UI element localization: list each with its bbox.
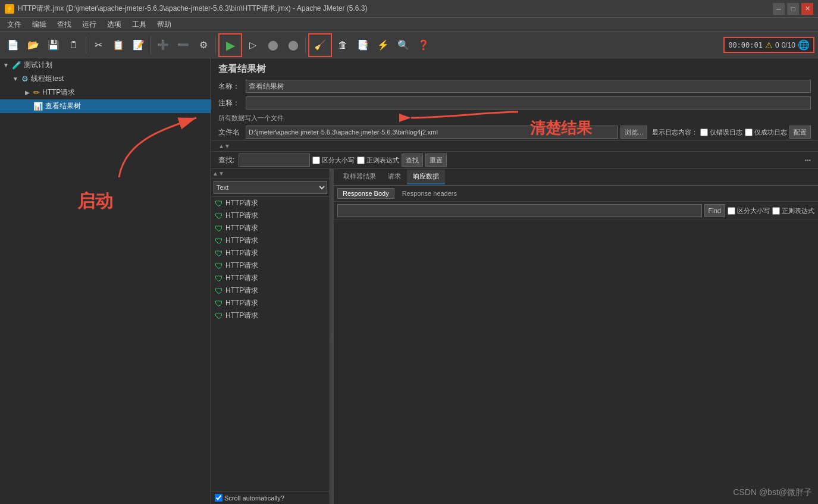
- find-input[interactable]: [337, 204, 702, 217]
- list-item-label-1: HTTP请求: [225, 198, 258, 208]
- search-button[interactable]: 🔍: [394, 36, 413, 55]
- list-item[interactable]: 🛡 HTTP请求: [211, 234, 330, 247]
- tree-item-thread-group[interactable]: ▼ ⚙ 线程组test: [0, 72, 211, 86]
- clear-all-button[interactable]: 🗑: [333, 36, 352, 55]
- menu-help[interactable]: 帮助: [152, 18, 176, 31]
- tab-response-data[interactable]: 响应数据: [407, 170, 445, 184]
- tab-sampler-result[interactable]: 取样器结果: [337, 170, 382, 184]
- find-regex-label[interactable]: 正则表达式: [772, 206, 814, 215]
- settings-button[interactable]: ⚙: [194, 36, 213, 55]
- list-item[interactable]: 🛡 HTTP请求: [211, 222, 330, 234]
- menu-find[interactable]: 查找: [52, 18, 76, 31]
- stop-button[interactable]: ⬤: [264, 36, 283, 55]
- list-item[interactable]: 🛡 HTTP请求: [211, 297, 330, 309]
- shutdown-button[interactable]: ⬤: [284, 36, 303, 55]
- error-only-checkbox[interactable]: [700, 129, 708, 136]
- copy-button[interactable]: 📋: [109, 36, 128, 55]
- expand-test-plan[interactable]: ▼: [2, 62, 10, 69]
- play-section: ▶: [218, 33, 242, 57]
- list-item[interactable]: 🛡 HTTP请求: [211, 309, 330, 322]
- menu-file[interactable]: 文件: [2, 18, 26, 31]
- edit-tools: ✂ 📋 📝: [89, 36, 148, 55]
- status-icon-9: 🛡: [215, 299, 223, 308]
- scroll-auto-label[interactable]: Scroll automatically?: [215, 494, 284, 502]
- status-icon-4: 🛡: [215, 236, 223, 246]
- paste-button[interactable]: 📝: [129, 36, 148, 55]
- comment-input[interactable]: [246, 96, 811, 109]
- play-no-pause-button[interactable]: ▷: [243, 36, 262, 55]
- list-dropdown-row: Text JSON XML HTML: [211, 179, 330, 197]
- list-item[interactable]: 🛡 HTTP请求: [211, 247, 330, 259]
- close-button[interactable]: ✕: [801, 3, 813, 15]
- warning-icon: ⚠: [765, 40, 773, 50]
- find-row: Find 区分大小写 正则表达式: [334, 202, 818, 220]
- regex-label[interactable]: 正则表达式: [357, 156, 399, 165]
- cut-button[interactable]: ✂: [89, 36, 108, 55]
- file-label: 文件名: [218, 127, 243, 137]
- name-input[interactable]: [246, 80, 811, 93]
- add-button[interactable]: ➕: [153, 36, 173, 55]
- play-button[interactable]: ▶: [221, 36, 240, 55]
- list-item[interactable]: 🛡 HTTP请求: [211, 197, 330, 209]
- search-input[interactable]: [239, 154, 310, 167]
- tree-item-http-request[interactable]: ▶ ✏ HTTP请求: [0, 86, 211, 99]
- expand-http-request[interactable]: ▶: [24, 89, 31, 96]
- maximize-button[interactable]: □: [787, 3, 799, 15]
- window-title: HTTP请求.jmx (D:\jmeter\apache-jmeter-5.6.…: [18, 4, 368, 14]
- config-button[interactable]: 配置: [789, 126, 811, 139]
- expand-thread-group[interactable]: ▼: [12, 76, 19, 83]
- remove-button[interactable]: ➖: [174, 36, 193, 55]
- right-panel: 查看结果树 名称： 注释： 所有数据写入一个文件 文件名 浏览... 显示日志内…: [211, 58, 818, 504]
- sub-tab-response-body[interactable]: Response Body: [337, 188, 394, 199]
- format-dropdown[interactable]: Text JSON XML HTML: [214, 181, 327, 194]
- list-item[interactable]: 🛡 HTTP请求: [211, 259, 330, 272]
- file-input[interactable]: [246, 126, 618, 139]
- menu-tools[interactable]: 工具: [127, 18, 151, 31]
- success-only-checkbox[interactable]: [745, 129, 753, 136]
- list-sort-icon: ▲▼: [212, 170, 224, 177]
- save-as-button[interactable]: 🗒: [64, 36, 83, 55]
- success-only-checkbox-label[interactable]: 仅成功日志: [745, 128, 787, 137]
- case-sensitive-checkbox[interactable]: [312, 156, 320, 164]
- find-regex-checkbox[interactable]: [772, 207, 780, 215]
- save-button[interactable]: 💾: [44, 36, 63, 55]
- list-item-label-3: HTTP请求: [225, 223, 258, 233]
- list-item-label-6: HTTP请求: [225, 261, 258, 271]
- menu-options[interactable]: 选项: [102, 18, 126, 31]
- reset-button[interactable]: 重置: [425, 154, 447, 167]
- new-button[interactable]: 📄: [4, 36, 23, 55]
- comment-row: 注释：: [211, 95, 818, 111]
- template-button[interactable]: 📑: [353, 36, 372, 55]
- main-layout: ▼ 🧪 测试计划 ▼ ⚙ 线程组test ▶ ✏ HTTP请求 📊 查看结果树 …: [0, 58, 818, 504]
- regex-checkbox[interactable]: [357, 156, 365, 164]
- list-item[interactable]: 🛡 HTTP请求: [211, 209, 330, 222]
- list-item[interactable]: 🛡 HTTP请求: [211, 284, 330, 297]
- list-item[interactable]: 🛡 HTTP请求: [211, 272, 330, 284]
- list-footer: Scroll automatically?: [211, 491, 330, 504]
- expand-view-results[interactable]: [24, 103, 31, 110]
- find-case-sensitive-label[interactable]: 区分大小写: [728, 206, 770, 215]
- minimize-button[interactable]: ─: [773, 3, 785, 15]
- timer-display: 00:00:01: [728, 41, 763, 49]
- find-case-sensitive-checkbox[interactable]: [728, 207, 735, 215]
- tree-item-view-results[interactable]: 📊 查看结果树: [0, 99, 211, 113]
- find-button[interactable]: 查找: [402, 154, 423, 167]
- function-button[interactable]: ⚡: [374, 36, 393, 55]
- tree-item-test-plan[interactable]: ▼ 🧪 测试计划: [0, 58, 211, 72]
- find-button-response[interactable]: Find: [704, 204, 725, 217]
- scroll-auto-checkbox[interactable]: [215, 494, 222, 502]
- error-only-checkbox-label[interactable]: 仅错误日志: [700, 128, 742, 137]
- menu-edit[interactable]: 编辑: [27, 18, 51, 31]
- menu-run[interactable]: 运行: [77, 18, 101, 31]
- window-controls[interactable]: ─ □ ✕: [773, 3, 813, 15]
- sub-tab-response-headers[interactable]: Response headers: [397, 188, 462, 199]
- open-button[interactable]: 📂: [24, 36, 43, 55]
- help-button[interactable]: ❓: [414, 36, 433, 55]
- browse-button[interactable]: 浏览...: [620, 126, 647, 139]
- clear-button[interactable]: 🧹: [311, 36, 330, 55]
- app-icon: ⚡: [5, 4, 14, 14]
- toolbar: 📄 📂 💾 🗒 ✂ 📋 📝 ➕ ➖ ⚙ ▶ ▷ ⬤ ⬤ 🧹 🗑: [0, 32, 818, 58]
- http-request-icon: ✏: [33, 88, 40, 97]
- case-sensitive-label[interactable]: 区分大小写: [312, 156, 355, 165]
- tab-request[interactable]: 请求: [382, 170, 407, 184]
